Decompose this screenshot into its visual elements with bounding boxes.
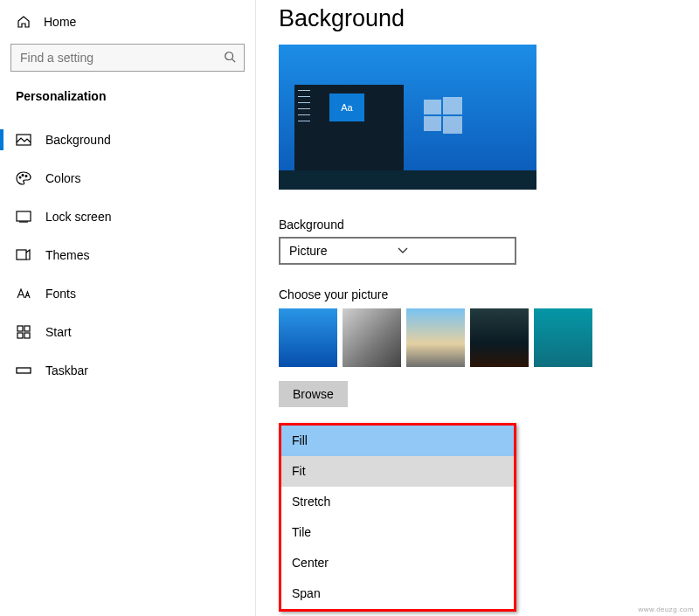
svg-point-3 — [22, 175, 24, 176]
svg-rect-5 — [17, 211, 31, 221]
section-title: Personalization — [0, 82, 255, 115]
sidebar-item-taskbar[interactable]: Taskbar — [0, 351, 255, 390]
palette-icon — [16, 170, 31, 186]
background-dropdown[interactable]: Picture — [279, 237, 516, 265]
chevron-down-icon — [398, 247, 506, 254]
picture-thumbnail[interactable] — [470, 308, 529, 367]
themes-icon — [16, 247, 31, 263]
fit-option-stretch[interactable]: Stretch — [281, 487, 514, 517]
picture-icon — [16, 132, 31, 148]
sidebar-item-fonts[interactable]: Fonts — [0, 274, 255, 313]
fit-option-center[interactable]: Center — [281, 548, 514, 578]
search-icon — [224, 51, 236, 63]
svg-rect-14 — [424, 116, 441, 131]
home-label: Home — [44, 15, 76, 29]
svg-rect-9 — [17, 333, 23, 338]
page-title: Background — [279, 5, 682, 32]
home-button[interactable]: Home — [0, 7, 255, 38]
fit-option-span[interactable]: Span — [281, 578, 514, 609]
dropdown-value: Picture — [289, 244, 398, 258]
svg-rect-15 — [443, 116, 462, 134]
svg-point-4 — [25, 176, 27, 177]
sidebar-item-colors[interactable]: Colors — [0, 159, 255, 197]
sidebar-item-label: Themes — [45, 248, 90, 262]
choose-picture-label: Choose your picture — [279, 287, 682, 301]
taskbar-icon — [16, 363, 31, 378]
svg-rect-7 — [17, 326, 23, 331]
nav-list: Background Colors Lock screen — [0, 121, 255, 390]
main-panel: Background Aa Background Picture Choo — [256, 0, 699, 616]
svg-rect-12 — [424, 100, 441, 114]
picture-thumbnails — [279, 308, 682, 367]
sidebar-item-label: Start — [45, 325, 72, 339]
sidebar-item-label: Fonts — [45, 287, 76, 301]
fonts-icon — [16, 286, 31, 301]
browse-button[interactable]: Browse — [279, 381, 348, 407]
svg-rect-8 — [24, 326, 30, 331]
picture-thumbnail[interactable] — [406, 308, 465, 367]
picture-thumbnail[interactable] — [279, 308, 337, 367]
picture-thumbnail[interactable] — [343, 308, 401, 367]
fit-dropdown-open[interactable]: Fill Fit Stretch Tile Center Span — [279, 423, 516, 612]
svg-rect-6 — [17, 250, 26, 260]
preview-sample-tile: Aa — [329, 93, 364, 121]
svg-rect-11 — [17, 368, 31, 373]
search-input[interactable] — [10, 44, 245, 72]
svg-point-2 — [19, 176, 21, 178]
lock-screen-icon — [16, 209, 31, 225]
sidebar-item-start[interactable]: Start — [0, 313, 255, 351]
fit-option-fill[interactable]: Fill — [281, 426, 514, 456]
home-icon — [16, 14, 31, 30]
sidebar-item-label: Lock screen — [45, 210, 111, 224]
sidebar-item-themes[interactable]: Themes — [0, 236, 255, 274]
settings-sidebar: Home Personalization Backgrou — [0, 0, 256, 616]
sidebar-item-background[interactable]: Background — [0, 121, 255, 159]
background-label: Background — [279, 218, 682, 232]
fit-option-fit[interactable]: Fit — [281, 456, 514, 487]
background-preview: Aa — [279, 45, 536, 190]
fit-option-tile[interactable]: Tile — [281, 517, 514, 548]
svg-rect-10 — [24, 333, 30, 338]
svg-point-0 — [225, 52, 233, 60]
sidebar-item-label: Colors — [45, 171, 80, 185]
watermark: www.deuzg.com — [639, 606, 694, 613]
svg-rect-13 — [443, 97, 462, 114]
windows-logo-icon — [424, 97, 462, 135]
sidebar-item-label: Taskbar — [45, 363, 88, 377]
start-icon — [16, 324, 31, 340]
picture-thumbnail[interactable] — [534, 308, 592, 367]
sidebar-item-lock-screen[interactable]: Lock screen — [0, 197, 255, 236]
sidebar-item-label: Background — [45, 133, 111, 147]
